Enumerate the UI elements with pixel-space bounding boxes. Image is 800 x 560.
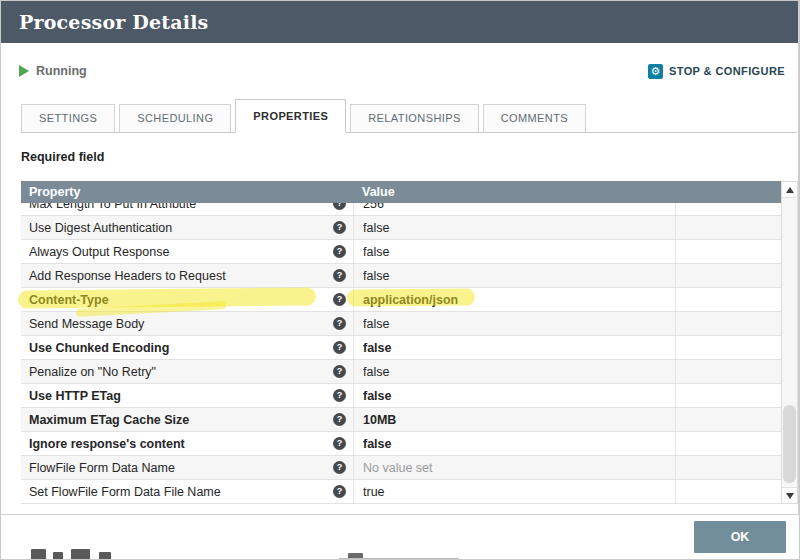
- property-value[interactable]: false: [363, 221, 389, 235]
- table-row[interactable]: Penalize on "No Retry"?false: [21, 360, 781, 384]
- table-body: Max Length To Put In Attribute?256Use Di…: [21, 203, 781, 504]
- run-status: Running: [19, 64, 87, 78]
- required-field-note: Required field: [21, 150, 799, 164]
- scroll-up-button[interactable]: [782, 182, 797, 198]
- property-value[interactable]: No value set: [363, 461, 432, 475]
- help-icon[interactable]: ?: [333, 269, 346, 282]
- help-icon[interactable]: ?: [333, 317, 346, 330]
- table-row[interactable]: Ignore response's content?false: [21, 432, 781, 456]
- help-icon[interactable]: ?: [333, 341, 346, 354]
- property-name: Use Digest Authentication: [29, 221, 333, 235]
- help-icon[interactable]: ?: [333, 245, 346, 258]
- help-icon[interactable]: ?: [333, 413, 346, 426]
- help-icon[interactable]: ?: [333, 293, 346, 306]
- property-name: Send Message Body: [29, 317, 333, 331]
- table-row[interactable]: Use HTTP ETag?false: [21, 384, 781, 408]
- property-value[interactable]: false: [363, 365, 389, 379]
- stop-configure-button[interactable]: ⚙ STOP & CONFIGURE: [648, 64, 785, 79]
- help-icon[interactable]: ?: [333, 461, 346, 474]
- clipped-background-content: [99, 552, 111, 560]
- property-name: Content-Type: [29, 293, 333, 307]
- help-icon[interactable]: ?: [333, 203, 346, 210]
- property-value[interactable]: false: [363, 317, 389, 331]
- processor-details-dialog: Processor Details Running ⚙ STOP & CONFI…: [0, 0, 800, 560]
- property-name: Penalize on "No Retry": [29, 365, 333, 379]
- table-row[interactable]: FlowFile Form Data Name?No value set: [21, 456, 781, 480]
- property-value[interactable]: false: [363, 341, 392, 355]
- property-name: Maximum ETag Cache Size: [29, 413, 333, 427]
- table-row[interactable]: Max Length To Put In Attribute?256: [21, 203, 781, 216]
- stop-configure-icon: ⚙: [648, 64, 663, 79]
- property-name: Set FlowFile Form Data File Name: [29, 485, 333, 499]
- dialog-right-border: [798, 1, 799, 515]
- table-row[interactable]: Always Output Response?false: [21, 240, 781, 264]
- property-name: Always Output Response: [29, 245, 333, 259]
- help-icon[interactable]: ?: [333, 221, 346, 234]
- property-name: Ignore response's content: [29, 437, 333, 451]
- property-value[interactable]: 10MB: [363, 413, 396, 427]
- property-name: FlowFile Form Data Name: [29, 461, 333, 475]
- play-icon: [19, 65, 29, 77]
- column-header-property: Property: [21, 185, 353, 199]
- property-name: Max Length To Put In Attribute: [29, 203, 333, 211]
- table-row[interactable]: Content-Type?application/json: [21, 288, 781, 312]
- table-row[interactable]: Set FlowFile Form Data File Name?true: [21, 480, 781, 504]
- stop-configure-label: STOP & CONFIGURE: [669, 65, 785, 77]
- ok-button[interactable]: OK: [694, 521, 786, 553]
- clipped-background-content: [71, 549, 90, 560]
- help-icon[interactable]: ?: [333, 365, 346, 378]
- help-icon[interactable]: ?: [333, 437, 346, 450]
- property-value[interactable]: false: [363, 437, 392, 451]
- tab-relationships[interactable]: RELATIONSHIPS: [350, 104, 478, 132]
- column-header-value: Value: [353, 185, 395, 199]
- tab-comments[interactable]: COMMENTS: [483, 104, 586, 132]
- property-value[interactable]: false: [363, 245, 389, 259]
- property-value[interactable]: application/json: [363, 293, 458, 307]
- property-value[interactable]: false: [363, 269, 389, 283]
- help-icon[interactable]: ?: [333, 485, 346, 498]
- scroll-down-button[interactable]: [782, 487, 797, 503]
- property-value[interactable]: false: [363, 389, 392, 403]
- tab-bar: SETTINGS SCHEDULING PROPERTIES RELATIONS…: [21, 99, 797, 133]
- dialog-title: Processor Details: [19, 11, 209, 33]
- tab-scheduling[interactable]: SCHEDULING: [119, 104, 231, 132]
- table-header: Property Value: [21, 181, 781, 203]
- table-row[interactable]: Use Digest Authentication?false: [21, 216, 781, 240]
- tab-properties[interactable]: PROPERTIES: [235, 99, 346, 133]
- dialog-titlebar: Processor Details: [1, 1, 799, 43]
- property-name: Add Response Headers to Request: [29, 269, 333, 283]
- status-bar: Running ⚙ STOP & CONFIGURE: [1, 43, 799, 99]
- status-label: Running: [36, 64, 87, 78]
- property-value[interactable]: 256: [363, 203, 384, 211]
- scroll-up-icon: [786, 187, 794, 193]
- help-icon[interactable]: ?: [333, 389, 346, 402]
- table-row[interactable]: Use Chunked Encoding?false: [21, 336, 781, 360]
- table-row[interactable]: Add Response Headers to Request?false: [21, 264, 781, 288]
- table-row[interactable]: Maximum ETag Cache Size?10MB: [21, 408, 781, 432]
- properties-table: Property Value Max Length To Put In Attr…: [21, 181, 781, 504]
- tab-settings[interactable]: SETTINGS: [21, 104, 115, 132]
- scrollbar-thumb[interactable]: [783, 405, 796, 483]
- property-name: Use Chunked Encoding: [29, 341, 333, 355]
- property-name: Use HTTP ETag: [29, 389, 333, 403]
- scroll-down-icon: [786, 493, 794, 499]
- table-row[interactable]: Send Message Body?false: [21, 312, 781, 336]
- clipped-background-content: [31, 549, 46, 560]
- table-scrollbar[interactable]: [781, 181, 798, 504]
- property-value[interactable]: true: [363, 485, 385, 499]
- dialog-bottom-border: [1, 514, 798, 515]
- clipped-background-content: [53, 552, 63, 560]
